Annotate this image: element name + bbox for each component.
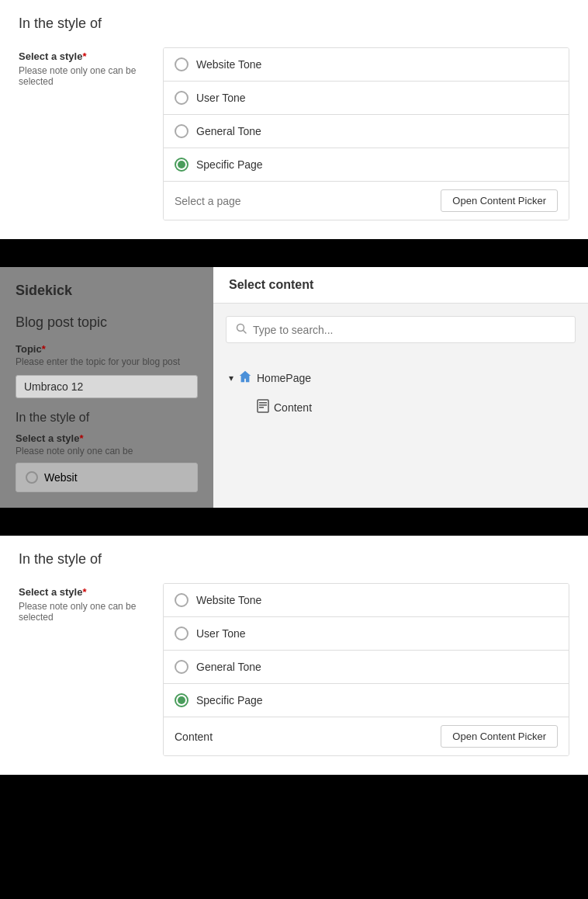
radio-option-general-tone[interactable]: General Tone <box>164 115 569 148</box>
content-search-input[interactable] <box>253 324 566 336</box>
svg-rect-4 <box>259 404 267 406</box>
top-page-picker-row: Open Content Picker <box>164 182 569 220</box>
bottom-radio-option-user-tone[interactable]: User Tone <box>164 617 569 651</box>
sidebar-radio-group: Websit <box>16 463 198 492</box>
black-bar-top <box>0 239 588 267</box>
top-open-picker-button[interactable]: Open Content Picker <box>441 189 558 212</box>
tree-item-homepage[interactable]: ▾ HomePage <box>226 363 576 393</box>
sidebar-radio-website[interactable]: Websit <box>16 463 197 491</box>
sidebar-style-section: In the style of Select a style* Please n… <box>16 411 198 492</box>
sidebar-style-label: Select a style* <box>16 432 198 444</box>
radio-option-user-tone[interactable]: User Tone <box>164 82 569 115</box>
required-star: * <box>82 50 86 62</box>
bottom-radio-option-general-tone[interactable]: General Tone <box>164 651 569 684</box>
search-box <box>226 316 576 343</box>
blog-post-section-title: Blog post topic <box>16 314 198 331</box>
bottom-label-col: Select a style* Please note only one can… <box>19 583 150 623</box>
bottom-field-hint: Please note only one can be selected <box>19 601 150 623</box>
bottom-radio-input-user-tone <box>175 627 189 640</box>
svg-rect-3 <box>259 402 267 404</box>
radio-option-website-tone[interactable]: Website Tone <box>164 48 569 82</box>
bottom-radio-label-user-tone: User Tone <box>196 627 246 640</box>
bottom-required-star: * <box>82 586 86 598</box>
bottom-radio-input-website-tone <box>175 593 189 607</box>
radio-option-specific-page[interactable]: Specific Page <box>164 148 569 182</box>
bottom-page-picker-row: Open Content Picker <box>164 717 569 755</box>
sidebar-radio-label-website: Websit <box>44 471 78 484</box>
top-form-row: Select a style* Please note only one can… <box>19 47 569 220</box>
tree-item-content[interactable]: Content <box>226 393 576 422</box>
search-icon <box>236 323 247 336</box>
bottom-radio-option-website-tone[interactable]: Website Tone <box>164 584 569 617</box>
bottom-radio-option-specific-page[interactable]: Specific Page <box>164 684 569 717</box>
sidebar-style-hint: Please note only one can be <box>16 446 198 456</box>
radio-input-specific-page <box>175 158 189 172</box>
home-icon <box>238 370 252 387</box>
svg-rect-2 <box>258 400 268 412</box>
bottom-panel: In the style of Select a style* Please n… <box>0 536 588 775</box>
top-page-picker-input[interactable] <box>175 195 433 207</box>
top-label-col: Select a style* Please note only one can… <box>19 47 150 87</box>
sidebar-style-title: In the style of <box>16 411 198 425</box>
bottom-section-title: In the style of <box>19 551 569 568</box>
sidebar-title: Sidekick <box>16 283 198 299</box>
tree-container: ▾ HomePage Content <box>213 356 588 430</box>
middle-section: Sidekick Blog post topic Topic* Please e… <box>0 267 588 508</box>
radio-label-user-tone: User Tone <box>196 92 246 104</box>
bottom-radio-input-specific-page <box>175 693 189 707</box>
top-field-label: Select a style* <box>19 50 150 62</box>
bottom-form-row: Select a style* Please note only one can… <box>19 583 569 756</box>
top-panel: In the style of Select a style* Please n… <box>0 0 588 239</box>
radio-label-website-tone: Website Tone <box>196 58 261 71</box>
tree-label-homepage: HomePage <box>257 372 311 384</box>
content-picker-panel: Select content ▾ <box>213 267 588 508</box>
radio-input-website-tone <box>175 57 189 71</box>
bottom-page-picker-input[interactable] <box>175 731 433 743</box>
top-field-hint: Please note only one can be selected <box>19 65 150 87</box>
bottom-radio-input-general-tone <box>175 660 189 674</box>
content-icon <box>257 399 269 416</box>
bottom-radio-label-general-tone: General Tone <box>196 661 261 673</box>
content-picker-search-area <box>213 304 588 356</box>
tree-chevron-homepage: ▾ <box>229 373 233 384</box>
bottom-radio-label-specific-page: Specific Page <box>196 694 263 706</box>
content-picker-header: Select content <box>213 267 588 304</box>
radio-input-user-tone <box>175 91 189 105</box>
topic-input[interactable]: Umbraco 12 <box>16 375 198 398</box>
bottom-field-label: Select a style* <box>19 586 150 598</box>
topic-hint: Please enter the topic for your blog pos… <box>16 356 198 367</box>
black-bar-bottom <box>0 508 588 536</box>
svg-line-1 <box>244 331 247 334</box>
bottom-radio-group: Website Tone User Tone General Tone Spec… <box>163 583 569 756</box>
sidebar-radio-input-website <box>26 471 38 484</box>
sidebar-panel: Sidekick Blog post topic Topic* Please e… <box>0 267 213 508</box>
top-radio-group: Website Tone User Tone General Tone Spec… <box>163 47 569 220</box>
top-section-title: In the style of <box>19 16 569 32</box>
topic-label: Topic* <box>16 343 198 355</box>
bottom-radio-label-website-tone: Website Tone <box>196 594 261 606</box>
radio-label-specific-page: Specific Page <box>196 158 263 171</box>
radio-label-general-tone: General Tone <box>196 125 261 137</box>
radio-input-general-tone <box>175 124 189 138</box>
bottom-open-picker-button[interactable]: Open Content Picker <box>441 725 558 748</box>
tree-label-content: Content <box>274 401 312 414</box>
svg-rect-5 <box>259 407 264 408</box>
